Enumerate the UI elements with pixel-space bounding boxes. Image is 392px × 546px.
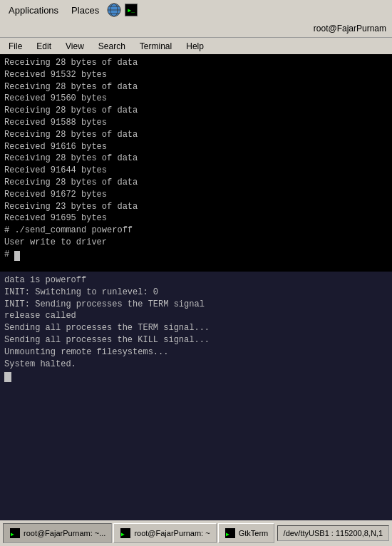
terminal-titlebar: root@FajarPurnam bbox=[0, 20, 392, 37]
places-menu[interactable]: Places bbox=[66, 4, 105, 17]
cursor bbox=[14, 251, 20, 261]
upper-line-6: Receiving 28 bytes of data bbox=[4, 129, 388, 141]
upper-line-1: Received 91532 bytes bbox=[4, 69, 388, 81]
upper-line-4: Receiving 28 bytes of data bbox=[4, 105, 388, 117]
svg-text:▶: ▶ bbox=[226, 531, 229, 537]
terminal-launcher-icon[interactable]: ▶_ bbox=[123, 2, 139, 18]
lower-line-8: INIT: Sending processes the TERM signal bbox=[4, 299, 388, 311]
terminal-window: root@FajarPurnam FileEditViewSearchTermi… bbox=[0, 20, 392, 520]
taskbar-label-2: GtkTerm bbox=[239, 529, 269, 537]
statusbar: ▶root@FajarPurnam: ~...▶root@FajarPurnam… bbox=[0, 520, 392, 546]
taskbar-icon-1: ▶ bbox=[120, 527, 131, 539]
upper-line-5: Received 91588 bytes bbox=[4, 117, 388, 129]
upper-line-13: Received 91695 bytes bbox=[4, 212, 388, 225]
terminal-icon-img: ▶_ bbox=[125, 4, 138, 16]
lower-line-14: System halted. bbox=[4, 359, 388, 371]
terminal-menu-file[interactable]: File bbox=[3, 40, 28, 53]
lower-line-12: Sending all processes the KILL signal... bbox=[4, 334, 388, 346]
upper-line-0: Receiving 28 bytes of data bbox=[4, 57, 388, 69]
upper-line-12: Receiving 23 bytes of data bbox=[4, 201, 388, 213]
taskbar-item-0[interactable]: ▶root@FajarPurnam: ~... bbox=[3, 523, 112, 543]
upper-line-8: Receiving 28 bytes of data bbox=[4, 153, 388, 165]
terminal-lower: data is poweroffINIT: Switching to runle… bbox=[0, 272, 392, 520]
taskbar-item-1[interactable]: ▶root@FajarPurnam: ~ bbox=[113, 523, 216, 543]
lower-line-10: release called bbox=[4, 310, 388, 322]
taskbar-icon-0: ▶ bbox=[9, 527, 21, 539]
device-status: /dev/ttyUSB1 : 115200,8,N,1 bbox=[277, 525, 389, 541]
upper-line-15: User write to driver bbox=[4, 237, 388, 249]
taskbar-item-2[interactable]: ▶GtkTerm bbox=[218, 523, 275, 543]
svg-text:▶: ▶ bbox=[11, 531, 14, 537]
terminal-menubar: FileEditViewSearchTerminalHelp bbox=[0, 37, 392, 54]
terminal-menu-help[interactable]: Help bbox=[180, 40, 210, 53]
taskbar-label-0: root@FajarPurnam: ~... bbox=[24, 529, 105, 537]
upper-line-2: Receiving 28 bytes of data bbox=[4, 81, 388, 93]
terminal-menu-edit[interactable]: Edit bbox=[31, 40, 57, 53]
upper-line-14: # ./send_command poweroff bbox=[4, 225, 388, 237]
upper-line-3: Received 91560 bytes bbox=[4, 93, 388, 105]
terminal-title: root@FajarPurnam bbox=[314, 24, 386, 34]
lower-line-4: INIT: Switching to runlevel: 0 bbox=[4, 287, 388, 299]
lower-line-13: Unmounting remote filesystems... bbox=[4, 346, 388, 359]
terminal-menu-view[interactable]: View bbox=[60, 40, 90, 53]
lower-line-11: Sending all processes the TERM signal... bbox=[4, 322, 388, 334]
terminal-upper: Receiving 28 bytes of dataReceived 91532… bbox=[0, 54, 392, 272]
terminal-menu-terminal[interactable]: Terminal bbox=[134, 40, 177, 53]
top-menubar: Applications Places ▶_ bbox=[0, 0, 392, 20]
upper-line-9: Received 91644 bytes bbox=[4, 165, 388, 177]
taskbar-label-1: root@FajarPurnam: ~ bbox=[134, 529, 210, 537]
lower-cursor-line bbox=[4, 370, 388, 382]
taskbar-icon-2: ▶ bbox=[225, 527, 236, 539]
upper-line-7: Received 91616 bytes bbox=[4, 141, 388, 153]
upper-line-10: Receiving 28 bytes of data bbox=[4, 177, 388, 189]
network-icon[interactable] bbox=[106, 2, 122, 18]
lower-cursor bbox=[4, 372, 11, 382]
upper-line-11: Received 91672 bytes bbox=[4, 189, 388, 201]
terminal-menu-search[interactable]: Search bbox=[93, 40, 131, 53]
applications-menu[interactable]: Applications bbox=[3, 4, 64, 17]
terminal-content: Receiving 28 bytes of dataReceived 91532… bbox=[0, 54, 392, 520]
svg-text:▶: ▶ bbox=[121, 531, 125, 537]
upper-line-16: # bbox=[4, 249, 388, 261]
lower-line-1: data is poweroff bbox=[4, 274, 388, 287]
